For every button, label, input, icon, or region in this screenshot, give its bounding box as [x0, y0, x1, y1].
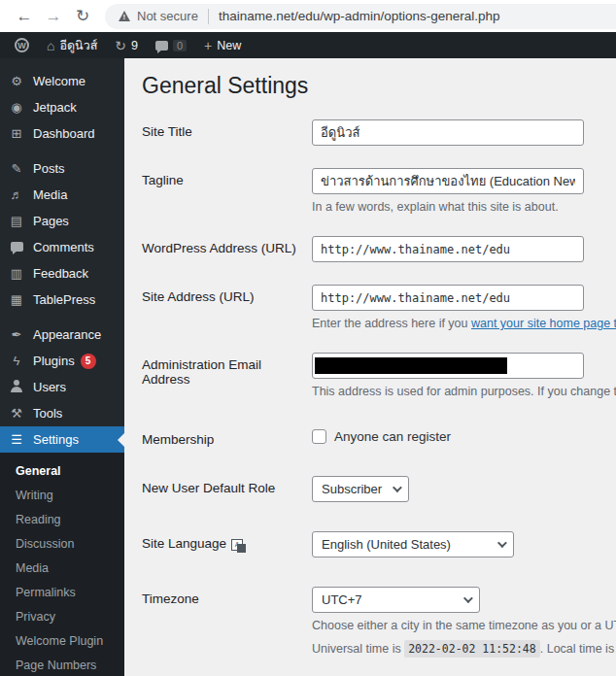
sidebar-item-welcome[interactable]: ⚙ Welcome [0, 68, 124, 94]
submenu-item-general[interactable]: General [0, 458, 124, 483]
default-role-label: New User Default Role [142, 476, 312, 502]
comments-menu[interactable]: 0 [149, 32, 193, 58]
comment-bubble-icon [155, 41, 168, 51]
sidebar-item-comments[interactable]: Comments [0, 234, 124, 260]
wordpress-address-label: WordPress Address (URL) [142, 236, 312, 262]
address-bar[interactable]: ! Not secure thainame.net/edu/wp-admin/o… [105, 4, 616, 29]
submenu-item-reading[interactable]: Reading [0, 507, 124, 531]
new-content-menu[interactable]: + New [197, 32, 248, 58]
submenu-item-welcome-plugin[interactable]: Welcome Plugin [0, 628, 124, 653]
plugins-update-badge: 5 [81, 354, 96, 369]
reload-icon[interactable]: ↻ [68, 2, 97, 31]
comment-bubble-icon [8, 240, 25, 254]
person-icon [8, 380, 25, 395]
sidebar-item-dashboard[interactable]: ⊞ Dashboard [0, 120, 124, 147]
default-role-value: Subscriber [322, 482, 382, 496]
table-icon: ▦ [8, 292, 25, 307]
sidebar-item-label: Feedback [33, 266, 88, 281]
timezone-label: Timezone [142, 587, 312, 656]
feedback-form-icon: ▥ [8, 266, 25, 281]
admin-email-label: Administration Email Address [142, 353, 312, 398]
membership-label: Membership [142, 427, 312, 447]
site-name-menu[interactable]: ⌂ อีดูนิวส์ [40, 32, 104, 58]
back-icon[interactable]: ← [10, 2, 39, 31]
not-secure-label: Not secure [137, 9, 198, 23]
paintbrush-icon: ✒ [8, 327, 25, 342]
admin-email-help-text: This address is used for admin purposes.… [312, 385, 616, 398]
url-text[interactable]: thainame.net/edu/wp-admin/options-genera… [219, 9, 500, 23]
anyone-can-register-checkbox[interactable] [312, 429, 326, 444]
sidebar-item-tools[interactable]: ⚒ Tools [0, 400, 124, 426]
site-home-page-link[interactable]: want your site home page to be di [471, 317, 616, 330]
site-address-label: Site Address (URL) [142, 285, 312, 330]
site-language-select[interactable]: English (United States) [312, 531, 514, 558]
form-row-default-role: New User Default Role Subscriber [142, 476, 616, 502]
site-language-label: Site Language [142, 531, 312, 558]
sidebar-item-posts[interactable]: ✎ Posts [0, 155, 124, 182]
menu-separator [0, 147, 124, 155]
sidebar-item-label: Appearance [33, 327, 101, 342]
sidebar-item-label: Comments [33, 240, 94, 254]
chevron-down-icon [463, 593, 473, 603]
forward-icon[interactable]: → [39, 2, 68, 31]
updates-menu[interactable]: ↻ 9 [108, 32, 145, 58]
form-row-timezone: Timezone UTC+7 Choose either a city in t… [142, 587, 616, 656]
chevron-down-icon [393, 483, 402, 492]
sidebar-item-tablepress[interactable]: ▦ TablePress [0, 287, 124, 313]
timezone-value: UTC+7 [322, 592, 362, 607]
form-row-admin-email: Administration Email Address This addres… [142, 353, 616, 398]
site-title-input[interactable] [312, 119, 584, 146]
site-address-input[interactable] [312, 285, 584, 311]
sidebar-item-label: Dashboard [33, 126, 95, 141]
sidebar-item-pages[interactable]: ▤ Pages [0, 208, 124, 234]
page-title: General Settings [142, 73, 616, 99]
dashboard-icon: ⊞ [8, 126, 25, 141]
tagline-input[interactable] [312, 168, 584, 194]
submenu-item-permalinks[interactable]: Permalinks [0, 580, 124, 604]
form-row-site-address: Site Address (URL) Enter the address her… [142, 285, 616, 330]
sidebar-item-plugins[interactable]: ϟ Plugins 5 [0, 348, 124, 374]
wrench-icon: ⚒ [8, 406, 25, 421]
sidebar-item-media[interactable]: ♬ Media [0, 182, 124, 208]
form-row-site-language: Site Language English (United States) [142, 531, 616, 558]
timezone-select[interactable]: UTC+7 [312, 587, 480, 613]
sidebar-item-label: Plugins [33, 354, 75, 368]
sidebar-item-settings[interactable]: ☰ Settings [0, 426, 124, 453]
sidebar-item-label: Pages [33, 214, 69, 228]
translation-icon [231, 539, 246, 553]
submenu-item-privacy[interactable]: Privacy [0, 604, 124, 628]
home-icon: ⌂ [47, 39, 54, 52]
not-secure-warning-icon[interactable]: ! [119, 11, 130, 21]
redaction-bar [315, 357, 507, 374]
submenu-item-writing[interactable]: Writing [0, 483, 124, 507]
site-language-value: English (United States) [322, 537, 451, 552]
menu-separator [0, 313, 124, 321]
admin-email-input[interactable] [312, 353, 584, 379]
submenu-item-discussion[interactable]: Discussion [0, 531, 124, 556]
browser-toolbar: ← → ↻ ! Not secure thainame.net/edu/wp-a… [0, 0, 616, 32]
sidebar-item-appearance[interactable]: ✒ Appearance [0, 321, 124, 348]
sidebar-item-label: Welcome [33, 74, 86, 88]
plus-icon: + [204, 39, 212, 52]
sliders-icon: ☰ [8, 432, 25, 447]
wordpress-address-input[interactable] [312, 236, 584, 262]
sidebar-item-feedback[interactable]: ▥ Feedback [0, 260, 124, 287]
sidebar-item-label: Tools [33, 406, 62, 421]
camera-music-icon: ♬ [8, 187, 25, 202]
tagline-help-text: In a few words, explain what this site i… [312, 200, 616, 214]
tagline-label: Tagline [142, 168, 312, 214]
current-menu-arrow [111, 433, 124, 447]
default-role-select[interactable]: Subscriber [312, 476, 409, 502]
sidebar-item-users[interactable]: Users [0, 374, 124, 400]
wp-admin-bar: W ⌂ อีดูนิวส์ ↻ 9 0 + New [0, 32, 616, 58]
jetpack-icon: ◉ [8, 100, 25, 115]
pages-icon: ▤ [8, 214, 25, 228]
sidebar-item-jetpack[interactable]: ◉ Jetpack [0, 94, 124, 120]
new-label: New [217, 39, 241, 52]
site-title-label: Site Title [142, 119, 312, 146]
updates-icon: ↻ [115, 39, 126, 52]
submenu-item-media[interactable]: Media [0, 556, 124, 580]
wordpress-logo-icon[interactable]: W [8, 32, 36, 58]
site-name: อีดูนิวส์ [59, 36, 97, 55]
submenu-item-page-numbers[interactable]: Page Numbers [0, 653, 124, 676]
